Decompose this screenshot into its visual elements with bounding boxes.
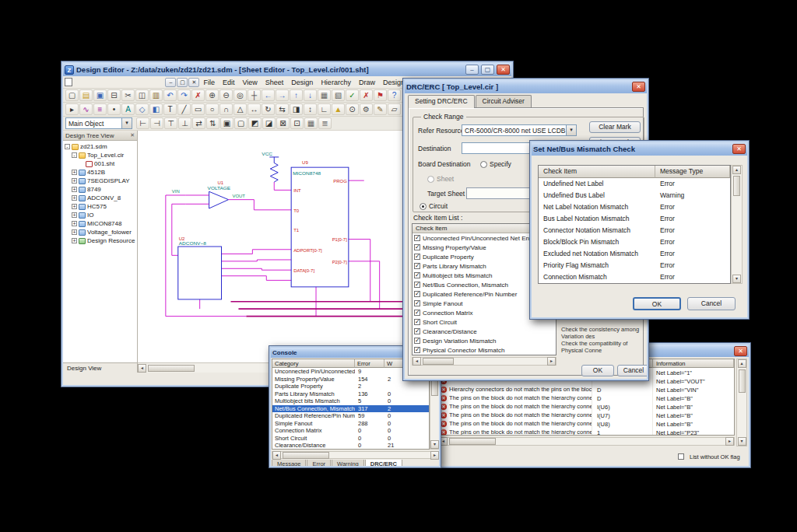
edit-icon[interactable]: ✎ (374, 103, 387, 115)
chevron-down-icon[interactable]: ▾ (566, 125, 576, 135)
tree-expander-icon[interactable]: + (72, 187, 77, 192)
list-without-ok-checkbox[interactable] (678, 453, 684, 460)
align-left-icon[interactable]: ⊢ (136, 117, 149, 129)
settings-icon[interactable]: ⚙ (360, 103, 373, 115)
mismatch-check-row[interactable]: Bus Label Notation Mismatch Error (539, 213, 730, 225)
select-icon[interactable]: ▸ (65, 103, 79, 115)
tree-item[interactable]: - zd21.sdm (63, 142, 137, 151)
check-item-row[interactable]: Design Variation Mismatch (413, 336, 556, 345)
console-tab[interactable]: DRC/ERC (365, 460, 402, 466)
checkbox-checked-icon[interactable] (414, 328, 420, 334)
close-icon[interactable]: ✕ (497, 65, 510, 75)
tree-item[interactable]: + 4512B (63, 168, 137, 177)
main-titlebar[interactable]: Z Design Editor - Z:/data/zuken/zd21/zd2… (63, 63, 511, 76)
checkbox-checked-icon[interactable] (414, 244, 420, 250)
design-view-tab[interactable]: Design View (63, 362, 137, 373)
tree-expander-icon[interactable]: + (72, 170, 77, 175)
tree-expander-icon[interactable]: + (72, 212, 77, 218)
checkbox-checked-icon[interactable] (414, 300, 420, 306)
ok-button[interactable]: OK (633, 297, 681, 310)
console-tab[interactable]: Error (307, 460, 331, 466)
tree-item[interactable]: + 8749 (63, 185, 137, 194)
tree-expander-icon[interactable]: + (72, 195, 77, 201)
drc-titlebar[interactable]: DRC/ERC [ Top_Level.cir ] ✕ (405, 80, 647, 93)
console-tab[interactable]: Message (272, 460, 306, 466)
menu-item[interactable]: Hierarchy (317, 78, 355, 87)
previous-view-icon[interactable]: ← (262, 89, 275, 101)
tree-item[interactable]: + Design Resource (63, 236, 137, 245)
align-right-icon[interactable]: ⊣ (150, 117, 163, 129)
marker-icon[interactable]: ▲ (332, 103, 345, 115)
next-view-icon[interactable]: → (276, 89, 289, 101)
error-mark-icon[interactable]: ✗ (360, 89, 373, 101)
mismatch-check-row[interactable]: Undefined Bus Label Warning (539, 190, 730, 201)
tree-expander-icon[interactable]: + (72, 204, 77, 209)
opamp-symbol[interactable]: U1 VOLTAGE (208, 180, 231, 208)
menu-item[interactable]: Draw (355, 78, 379, 87)
scroll-up-icon[interactable]: ▴ (738, 359, 746, 368)
checkbox-checked-icon[interactable] (414, 319, 420, 325)
check-list-horizontal-scrollbar[interactable]: ◂ ▸ (412, 357, 556, 366)
zoom-in-icon[interactable]: ⊕ (205, 89, 219, 101)
mismatch-check-row[interactable]: Connection Mismatch Error (539, 271, 730, 283)
net-label-icon[interactable]: A (121, 103, 135, 115)
undo-icon[interactable]: ↶ (163, 89, 177, 101)
check-icon[interactable]: ✓ (346, 89, 359, 101)
tree-expander-icon[interactable]: + (72, 229, 77, 235)
port-icon[interactable]: ◇ (135, 103, 149, 115)
check-item-column-header[interactable]: Check Item (539, 166, 655, 178)
duplicate-icon[interactable]: ◨ (290, 103, 303, 115)
checkbox-checked-icon[interactable] (414, 282, 420, 288)
information-column-header[interactable]: Information (653, 359, 734, 368)
measure-icon[interactable]: ∟ (318, 103, 331, 115)
scroll-left-icon[interactable]: ◂ (272, 451, 281, 460)
group-icon[interactable]: ▣ (220, 117, 233, 129)
console-row[interactable]: Clearance/Distance 0 21 (272, 442, 429, 450)
netbus-titlebar[interactable]: Set Net/Bus Mismatch Check ✕ (532, 142, 747, 156)
unlock-icon[interactable]: ⊡ (290, 117, 304, 129)
down-hierarchy-icon[interactable]: ↓ (304, 89, 317, 101)
scroll-left-icon[interactable]: ◂ (138, 364, 146, 373)
menu-item[interactable]: File (199, 78, 219, 87)
open-icon[interactable]: ▤ (79, 89, 93, 101)
zoom-out-icon[interactable]: ⊖ (219, 89, 233, 101)
tree-item[interactable]: + ADCONV_8 (63, 194, 137, 202)
console-tab[interactable]: Warning (332, 460, 364, 466)
flag-icon[interactable]: ⚑ (374, 89, 387, 101)
bring-front-icon[interactable]: ◩ (248, 117, 262, 129)
junction-icon[interactable]: • (107, 103, 121, 115)
distribute-h-icon[interactable]: ⇄ (192, 117, 205, 129)
close-icon[interactable]: ✕ (732, 144, 746, 154)
ok-button[interactable]: OK (581, 365, 614, 376)
error-column-header[interactable]: Error (355, 359, 384, 368)
scrollbar-thumb[interactable] (148, 365, 195, 372)
probe-icon[interactable]: ⊙ (346, 103, 359, 115)
paste-icon[interactable]: ▥ (149, 89, 163, 101)
mismatch-check-row[interactable]: Connector Notation Mismatch Error (539, 225, 730, 236)
scrollbar-thumb[interactable] (733, 176, 740, 196)
align-top-icon[interactable]: ⊤ (164, 117, 177, 129)
result-row[interactable]: The pins on the block do not match the h… (439, 394, 734, 402)
erase-icon[interactable]: ▱ (388, 103, 401, 115)
mismatch-check-row[interactable]: Priority Flag Mismatch Error (539, 260, 730, 271)
result-row[interactable]: The pins on the block do not match the h… (439, 411, 734, 419)
tree-expander-icon[interactable]: + (72, 221, 77, 226)
tab-circuit-adviser[interactable]: Circuit Adviser (476, 95, 532, 107)
check-item-row[interactable]: Physical Connector Mismatch (413, 345, 556, 355)
console-row[interactable]: Parts Library Mismatch 136 0 (272, 390, 429, 398)
check-item-row[interactable]: Clearance/Distance (413, 327, 556, 336)
checkbox-checked-icon[interactable] (414, 254, 420, 260)
checkbox-checked-icon[interactable] (414, 235, 420, 241)
tree-item[interactable]: + Voltage_folower (63, 228, 137, 236)
tree-expander-icon[interactable]: + (72, 178, 77, 184)
scrollbar-thumb[interactable] (739, 369, 746, 393)
scroll-down-icon[interactable]: ▾ (732, 275, 741, 283)
wire-icon[interactable]: ∿ (79, 103, 93, 115)
chevron-down-icon[interactable]: ▾ (121, 118, 132, 128)
console-row[interactable]: Duplicate Property 2 (272, 383, 429, 390)
power-symbol[interactable]: VCC (262, 151, 279, 190)
mcu-block[interactable]: U9 MICON8748 INT T0 T1 ADPORT[0-7] DATA[… (291, 161, 349, 287)
tree-item[interactable]: - Top_Level.cir (63, 151, 137, 159)
ungroup-icon[interactable]: ▢ (234, 117, 248, 129)
result-row[interactable]: The pins on the block do not match the h… (439, 428, 734, 436)
